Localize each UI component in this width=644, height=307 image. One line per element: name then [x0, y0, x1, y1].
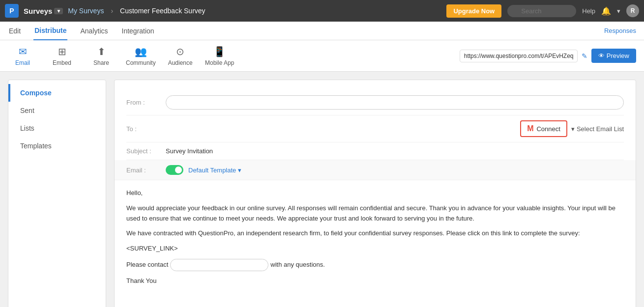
edit-url-icon[interactable]: ✎: [582, 52, 587, 60]
search-wrapper: 🔍: [507, 5, 576, 17]
email-tool-icon: ✉: [19, 46, 27, 57]
tool-embed[interactable]: ⊞ Embed: [47, 46, 77, 66]
body-contact-row: Please contact with any questions.: [126, 259, 624, 271]
surveys-dropdown[interactable]: Surveys ▼: [24, 7, 63, 15]
search-input[interactable]: [507, 5, 576, 17]
nav-distribute[interactable]: Distribute: [33, 22, 67, 40]
avatar[interactable]: R: [626, 4, 639, 17]
body-thankyou: Thank You: [126, 276, 624, 286]
tool-bar: ✉ Email ⊞ Embed ⬆ Share 👥 Community ⊙ Au…: [0, 40, 644, 72]
sidebar: Compose Sent Lists Templates: [8, 80, 106, 307]
sidebar-item-lists[interactable]: Lists: [8, 119, 106, 137]
connect-button[interactable]: M Connect: [520, 120, 567, 137]
to-label: To :: [126, 125, 166, 133]
breadcrumb-my-surveys[interactable]: My Surveys: [68, 7, 104, 15]
email-label: Email :: [126, 167, 166, 174]
from-row: From :: [126, 90, 624, 115]
contact-prefix: Please contact: [126, 260, 168, 270]
subject-value: Survey Invitation: [166, 147, 213, 155]
connect-label: Connect: [536, 125, 560, 133]
notifications-icon[interactable]: 🔔: [601, 6, 611, 16]
nav-integration[interactable]: Integration: [121, 22, 155, 40]
content-area: From : To : M Connect ▾ Select Email Lis…: [114, 80, 636, 307]
sidebar-item-templates[interactable]: Templates: [8, 137, 106, 155]
top-bar-right: Upgrade Now 🔍 Help 🔔 ▾ R: [446, 4, 639, 18]
eye-icon: 👁: [598, 52, 605, 59]
email-row: Email : Default Template ▾: [115, 160, 636, 180]
tool-bar-right: ✎ 👁 Preview: [460, 49, 636, 63]
breadcrumb-separator: ›: [111, 7, 113, 15]
surveys-title: Surveys: [24, 7, 52, 15]
tool-community[interactable]: 👥 Community: [126, 46, 156, 66]
audience-tool-icon: ⊙: [176, 46, 184, 57]
tool-share-label: Share: [93, 59, 109, 66]
template-button[interactable]: Default Template ▾: [188, 167, 241, 174]
template-chevron-icon: ▾: [238, 167, 241, 174]
body-paragraph-1: We would appreciate your feedback in our…: [126, 203, 624, 224]
embed-tool-icon: ⊞: [58, 46, 66, 57]
nav-edit[interactable]: Edit: [8, 22, 22, 40]
from-input[interactable]: [166, 95, 624, 110]
select-email-list-button[interactable]: ▾ Select Email List: [571, 125, 624, 133]
preview-button[interactable]: 👁 Preview: [591, 49, 636, 63]
sidebar-item-compose[interactable]: Compose: [8, 84, 106, 102]
gmail-icon: M: [527, 124, 533, 133]
share-tool-icon: ⬆: [97, 46, 106, 57]
tool-audience-label: Audience: [168, 59, 193, 66]
contact-input[interactable]: [170, 259, 268, 271]
preview-label: Preview: [607, 52, 629, 59]
email-body: Hello, We would appreciate your feedback…: [126, 180, 624, 299]
main-layout: Compose Sent Lists Templates From : To :…: [0, 72, 644, 307]
nav-analytics[interactable]: Analytics: [79, 22, 109, 40]
tool-email[interactable]: ✉ Email: [8, 46, 37, 66]
from-label: From :: [126, 99, 166, 106]
community-tool-icon: 👥: [135, 46, 147, 57]
help-link[interactable]: Help: [582, 7, 595, 15]
top-bar: P Surveys ▼ My Surveys › Customer Feedba…: [0, 0, 644, 22]
responses-link[interactable]: Responses: [604, 27, 636, 34]
toggle-thumb: [175, 167, 182, 173]
select-email-label: Select Email List: [577, 125, 624, 133]
dropdown-arrow-icon[interactable]: ▾: [617, 7, 620, 15]
email-toggle[interactable]: [166, 165, 183, 175]
tool-community-label: Community: [126, 59, 156, 66]
tool-mobile-app[interactable]: 📱 Mobile App: [205, 46, 234, 66]
tool-mobile-app-label: Mobile App: [205, 59, 234, 66]
body-hello: Hello,: [126, 188, 624, 198]
body-survey-link: <SURVEY_LINK>: [126, 244, 624, 254]
survey-url-input[interactable]: [460, 50, 578, 62]
chevron-down-icon: ▾: [571, 125, 575, 133]
to-row: To : M Connect ▾ Select Email List: [126, 115, 624, 142]
upgrade-now-button[interactable]: Upgrade Now: [446, 4, 501, 18]
second-nav: Edit Distribute Analytics Integration Re…: [0, 22, 644, 40]
tool-audience[interactable]: ⊙ Audience: [166, 46, 195, 66]
surveys-dropdown-arrow: ▼: [54, 8, 63, 14]
app-logo: P: [5, 4, 19, 18]
subject-label: Subject :: [126, 147, 166, 155]
subject-row: Subject : Survey Invitation: [126, 142, 624, 160]
tool-share[interactable]: ⬆ Share: [87, 46, 116, 66]
contact-suffix: with any questions.: [270, 260, 325, 270]
tool-embed-label: Embed: [53, 59, 71, 66]
breadcrumb-current-survey: Customer Feedback Survey: [120, 7, 205, 15]
tool-email-label: Email: [15, 59, 30, 66]
sidebar-item-sent[interactable]: Sent: [8, 102, 106, 119]
template-label: Default Template: [188, 167, 236, 174]
body-paragraph-2: We have contracted with QuestionPro, an …: [126, 228, 624, 239]
mobile-app-tool-icon: 📱: [213, 46, 226, 57]
